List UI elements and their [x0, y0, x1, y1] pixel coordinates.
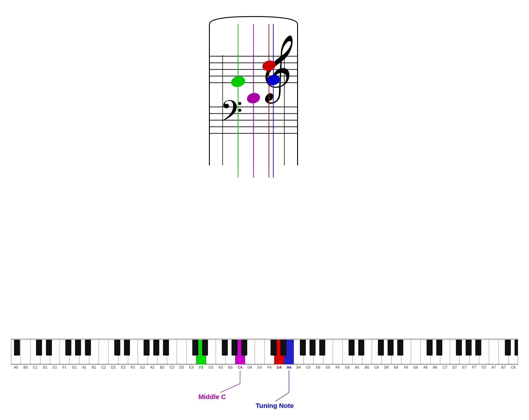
svg-rect-110	[397, 339, 403, 355]
svg-text:A1: A1	[82, 366, 86, 369]
svg-text:F2: F2	[131, 366, 135, 369]
svg-text:A2: A2	[150, 366, 155, 369]
svg-text:G6: G6	[413, 366, 418, 369]
svg-text:C7: C7	[443, 366, 448, 369]
svg-rect-87	[46, 339, 52, 355]
svg-text:Middle C: Middle C	[198, 393, 226, 400]
svg-rect-85	[14, 339, 20, 355]
svg-text:B7: B7	[501, 366, 506, 369]
svg-text:B6: B6	[433, 366, 437, 369]
svg-rect-98	[222, 339, 228, 355]
svg-text:C1: C1	[33, 366, 38, 369]
svg-rect-96	[192, 339, 198, 355]
svg-text:B4: B4	[296, 366, 301, 369]
svg-rect-93	[144, 339, 149, 355]
svg-rect-94	[153, 339, 159, 355]
svg-text:𝄢: 𝄢	[220, 95, 243, 135]
svg-rect-106	[349, 339, 355, 355]
svg-line-172	[220, 384, 240, 393]
svg-rect-108	[378, 339, 384, 355]
svg-rect-115	[476, 339, 481, 355]
svg-text:A6: A6	[423, 366, 428, 369]
svg-rect-99	[232, 339, 238, 355]
svg-text:Tuning Note: Tuning Note	[256, 402, 294, 409]
svg-text:E5: E5	[326, 366, 330, 369]
svg-text:A4: A4	[287, 366, 291, 369]
svg-text:D3: D3	[179, 366, 184, 369]
svg-text:E6: E6	[394, 366, 398, 369]
svg-rect-114	[466, 339, 472, 355]
svg-rect-113	[456, 339, 462, 355]
svg-text:E3: E3	[189, 366, 194, 369]
svg-text:C3: C3	[170, 366, 174, 369]
svg-rect-90	[85, 339, 91, 355]
svg-text:C8: C8	[511, 366, 516, 369]
svg-rect-105	[319, 339, 325, 355]
svg-text:𝄞: 𝄞	[256, 35, 293, 104]
svg-text:B3: B3	[228, 366, 233, 369]
svg-text:E2: E2	[121, 366, 125, 369]
svg-text:G4: G4	[277, 366, 281, 369]
svg-text:G2: G2	[140, 366, 145, 369]
svg-text:F4: F4	[267, 366, 272, 369]
svg-text:D7: D7	[452, 366, 457, 369]
svg-line-175	[276, 393, 289, 401]
svg-rect-112	[436, 339, 442, 355]
svg-text:D2: D2	[111, 366, 116, 369]
svg-rect-117	[515, 339, 518, 355]
svg-text:G5: G5	[345, 366, 350, 369]
svg-rect-103	[300, 339, 306, 355]
svg-text:E4: E4	[257, 366, 262, 369]
svg-rect-104	[310, 339, 316, 355]
svg-text:D1: D1	[43, 366, 48, 369]
svg-rect-116	[505, 339, 511, 355]
svg-text:E1: E1	[53, 366, 57, 369]
middle-c-annotation: Middle C Tuning Note	[11, 370, 518, 409]
svg-rect-92	[124, 339, 130, 355]
svg-text:G7: G7	[482, 366, 486, 369]
svg-rect-111	[427, 339, 433, 355]
svg-text:F1: F1	[63, 366, 67, 369]
svg-text:G1: G1	[72, 366, 77, 369]
svg-rect-88	[66, 339, 71, 355]
svg-text:C2: C2	[101, 366, 106, 369]
svg-text:D4: D4	[248, 366, 252, 369]
svg-text:C6: C6	[374, 366, 379, 369]
svg-text:C4: C4	[238, 366, 242, 369]
full-piano: A0 B0 C1 D1 E1 F1 G1 A1 B1 C2 D2 E2 F2 G…	[11, 339, 518, 375]
svg-text:B1: B1	[92, 366, 96, 369]
svg-text:F3: F3	[199, 366, 203, 369]
svg-rect-100	[241, 339, 247, 355]
svg-text:A3: A3	[218, 366, 223, 369]
main-container: 𝄞 𝄢	[0, 0, 529, 420]
svg-rect-86	[36, 339, 42, 355]
svg-rect-95	[163, 339, 169, 355]
svg-text:D5: D5	[316, 366, 320, 369]
svg-text:B2: B2	[160, 366, 164, 369]
svg-text:D6: D6	[384, 366, 389, 369]
svg-text:B5: B5	[365, 366, 369, 369]
svg-text:A5: A5	[355, 366, 359, 369]
svg-text:B0: B0	[23, 366, 28, 369]
svg-text:A0: A0	[14, 366, 18, 369]
svg-text:F5: F5	[336, 366, 340, 369]
svg-text:F6: F6	[404, 366, 408, 369]
svg-rect-109	[388, 339, 394, 355]
svg-rect-101	[271, 339, 277, 355]
svg-rect-102	[280, 339, 286, 355]
svg-text:F7: F7	[472, 366, 476, 369]
svg-rect-107	[358, 339, 364, 355]
svg-point-23	[230, 75, 246, 89]
svg-rect-97	[202, 339, 208, 355]
svg-text:G3: G3	[209, 366, 213, 369]
svg-text:C5: C5	[306, 366, 311, 369]
svg-text:E7: E7	[462, 366, 467, 369]
svg-text:A7: A7	[491, 366, 496, 369]
svg-rect-89	[75, 339, 81, 355]
grand-staff-bracket: 𝄞 𝄢	[187, 12, 320, 189]
svg-rect-91	[114, 339, 120, 355]
